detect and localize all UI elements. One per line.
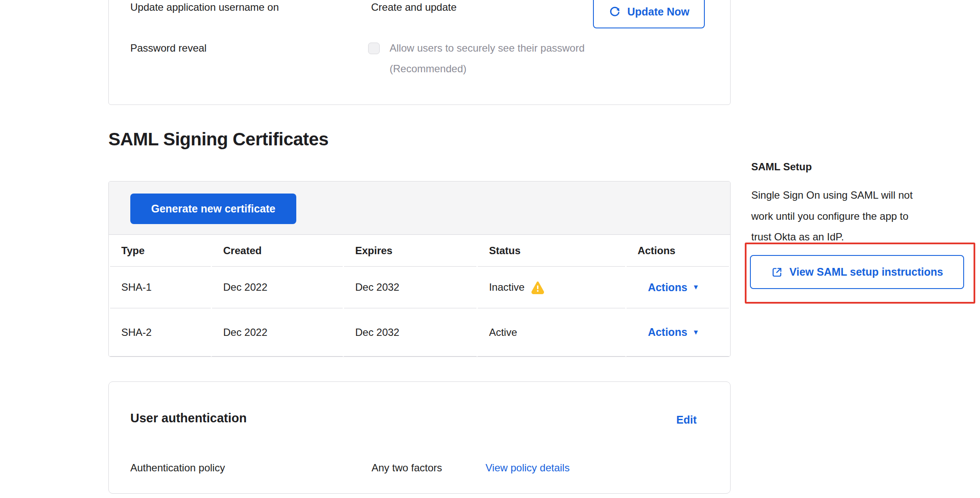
actions-label: Actions [648, 281, 688, 294]
status-text: Active [489, 326, 517, 338]
saml-setup-description-line: Single Sign On using SAML will not [751, 189, 912, 202]
authentication-policy-value: Any two factors [372, 462, 442, 474]
checkbox-label-line1: Allow users to securely see their passwo… [390, 42, 585, 54]
col-header-created: Created [212, 235, 343, 267]
saml-setup-heading: SAML Setup [751, 161, 812, 173]
table-row: SHA-1 Dec 2022 Dec 2032 Inactive [110, 267, 729, 308]
view-saml-setup-instructions-label: View SAML setup instructions [790, 266, 943, 278]
authentication-policy-label: Authentication policy [130, 462, 225, 474]
caret-down-icon: ▼ [692, 329, 699, 336]
external-link-icon [771, 266, 783, 278]
app-settings-card: Update application username on Create an… [108, 0, 731, 105]
view-saml-setup-instructions-button[interactable]: View SAML setup instructions [750, 255, 964, 289]
page: Update application username on Create an… [0, 0, 980, 498]
col-header-actions: Actions [627, 235, 729, 267]
cell-status: Active [478, 308, 625, 357]
col-header-type: Type [110, 235, 211, 267]
checkbox-label-line2: (Recommended) [390, 63, 467, 75]
cell-status: Inactive [478, 267, 625, 308]
col-header-status: Status [478, 235, 625, 267]
update-username-value: Create and update [371, 1, 457, 13]
update-username-label: Update application username on [130, 1, 279, 13]
refresh-icon [608, 5, 621, 18]
certificates-toolbar: Generate new certificate [109, 181, 730, 235]
user-authentication-heading: User authentication [130, 411, 247, 425]
cell-actions: Actions ▼ [627, 267, 729, 308]
table-header-row: Type Created Expires Status Actions [110, 235, 729, 267]
generate-certificate-button[interactable]: Generate new certificate [130, 194, 296, 224]
cell-actions: Actions ▼ [627, 308, 729, 357]
user-authentication-card: User authentication Edit Authentication … [108, 381, 731, 494]
caret-down-icon: ▼ [692, 283, 699, 291]
cell-created: Dec 2022 [212, 308, 343, 357]
actions-label: Actions [648, 326, 688, 338]
warning-triangle-icon [531, 281, 545, 294]
cell-created: Dec 2022 [212, 267, 343, 308]
update-now-button[interactable]: Update Now [593, 0, 705, 28]
status-text: Inactive [489, 281, 525, 293]
saml-setup-description-line: trust Okta as an IdP. [751, 231, 844, 243]
col-header-expires: Expires [344, 235, 476, 267]
cell-type: SHA-1 [110, 267, 211, 308]
cell-type: SHA-2 [110, 308, 211, 357]
update-now-label: Update Now [627, 6, 689, 18]
view-policy-details-link[interactable]: View policy details [485, 462, 570, 474]
password-reveal-checkbox[interactable] [368, 43, 380, 54]
certificates-card: Generate new certificate Type Created Ex… [108, 181, 731, 357]
actions-menu-button[interactable]: Actions ▼ [648, 281, 700, 294]
cell-expires: Dec 2032 [344, 267, 476, 308]
certificates-table: Type Created Expires Status Actions SHA-… [109, 235, 730, 357]
actions-menu-button[interactable]: Actions ▼ [648, 326, 700, 338]
password-reveal-label: Password reveal [130, 42, 206, 54]
edit-link[interactable]: Edit [676, 414, 697, 426]
saml-setup-description-line: work until you configure the app to [751, 210, 909, 223]
section-heading: SAML Signing Certificates [108, 129, 329, 150]
table-row: SHA-2 Dec 2022 Dec 2032 Active Actions ▼ [110, 308, 729, 357]
cell-expires: Dec 2032 [344, 308, 476, 357]
